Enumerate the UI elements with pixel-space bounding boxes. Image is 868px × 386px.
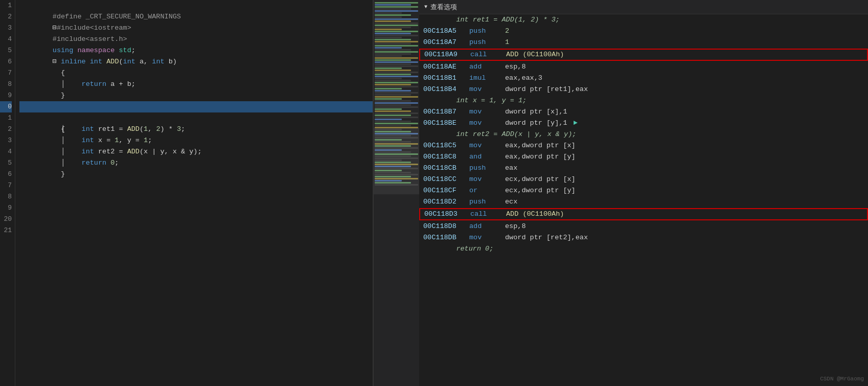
line-num-13: 3: [0, 135, 12, 146]
mnem-4: add: [469, 61, 505, 73]
op-11: eax: [505, 163, 517, 174]
addr-12: 00C118CC: [423, 174, 469, 185]
code-line-19: [19, 202, 373, 214]
disasm-asm-4: 00C118AE add esp,8: [419, 61, 868, 73]
disasm-asm-8: 00C118BE mov dword ptr [y],1 ►: [419, 118, 868, 129]
op-10: eax,dword ptr [y]: [505, 151, 576, 163]
line-num-7: 7: [0, 67, 12, 79]
mnem-11: push: [469, 163, 505, 174]
disasm-asm-7: 00C118B7 mov dword ptr [x],1: [419, 106, 868, 118]
line-num-19: 9: [0, 202, 12, 214]
addr-7: 00C118B7: [423, 106, 469, 118]
minimap-viewport: [374, 128, 419, 194]
addr-1: 00C118A5: [423, 26, 469, 37]
code-line-18: [19, 191, 373, 202]
addr-11: 00C118CB: [423, 163, 469, 174]
op-1: 2: [505, 26, 509, 37]
line-num-14: 4: [0, 146, 12, 157]
mnem-1: push: [469, 26, 505, 37]
code-line-16: [19, 169, 373, 180]
op-7: dword ptr [x],1: [505, 106, 567, 118]
addr-9: 00C118C5: [423, 140, 469, 151]
code-line-5: ⊟ inline int ADD(int a, int b): [19, 45, 373, 56]
op-8: dword ptr [y],1: [505, 118, 567, 129]
op-12: ecx,dword ptr [x]: [505, 174, 576, 185]
code-line-6: {: [19, 56, 373, 67]
disasm-asm-14: 00C118D2 push ecx: [419, 196, 868, 208]
mnem-15: call: [470, 209, 506, 219]
disasm-asm-6: 00C118B4 mov dword ptr [ret1],eax: [419, 84, 868, 95]
disasm-asm-1: 00C118A5 push 2: [419, 26, 868, 37]
arrow-indicator: ►: [569, 118, 578, 129]
line-num-9: 9: [0, 90, 12, 101]
addr-13: 00C118CF: [423, 185, 469, 196]
disasm-asm-9: 00C118C5 mov eax,dword ptr [x]: [419, 140, 868, 151]
disasm-header: ▼ 查看选项: [419, 0, 868, 14]
addr-6: 00C118B4: [423, 84, 469, 95]
disasm-asm-3: 00C118A9 call ADD (0C1100Ah): [419, 49, 868, 61]
op-14: ecx: [505, 196, 517, 208]
code-line-1: #define _CRT_SECURE_NO_WARNINGS: [19, 0, 373, 11]
addr-14: 00C118D2: [423, 196, 469, 208]
code-line-14: │ return 0;: [19, 146, 373, 157]
disasm-source-4: return 0;: [419, 243, 868, 255]
addr-3: 00C118A9: [424, 50, 470, 60]
disasm-asm-16: 00C118D8 add esp,8: [419, 221, 868, 232]
disasm-source-1: int ret1 = ADD(1, 2) * 3;: [419, 14, 868, 26]
disasm-source-2: int x = 1, y = 1;: [419, 95, 868, 106]
line-num-20: 20: [0, 214, 12, 225]
mnem-10: and: [469, 151, 505, 163]
mnem-16: add: [469, 221, 505, 232]
source-text-3: int ret2 = ADD(x | y, x & y);: [440, 129, 576, 140]
disasm-content: int ret1 = ADD(1, 2) * 3; 00C118A5 push …: [419, 14, 868, 386]
line-num-8: 8: [0, 79, 12, 90]
op-16: esp,8: [505, 221, 526, 232]
line-numbers: 1 2 3 4 5 6 7 8 9 0 1 2 3 4 5 6 7 8 9 20…: [0, 0, 15, 386]
op-5: eax,eax,3: [505, 73, 542, 84]
addr-5: 00C118B1: [423, 73, 469, 84]
op-3: ADD (0C1100Ah): [506, 50, 564, 60]
minimap[interactable]: [373, 0, 419, 386]
mnem-2: push: [469, 37, 505, 48]
disasm-header-label: 查看选项: [430, 3, 457, 12]
source-text: int ret1 = ADD(1, 2) * 3;: [440, 14, 560, 26]
addr-15: 00C118D3: [424, 209, 470, 219]
mnem-14: push: [469, 196, 505, 208]
disasm-asm-17: 00C118DB mov dword ptr [ret2],eax: [419, 232, 868, 243]
code-line-12: │ int x = 1, y = 1;: [19, 124, 373, 135]
op-15: ADD (0C1100Ah): [506, 209, 564, 219]
mnem-5: imul: [469, 73, 505, 84]
disasm-asm-13: 00C118CF or ecx,dword ptr [y]: [419, 185, 868, 196]
disasm-asm-12: 00C118CC mov ecx,dword ptr [x]: [419, 174, 868, 185]
code-line-7: │ return a + b;: [19, 67, 373, 79]
code-line-2: ⊟#include<iostream>: [19, 11, 373, 22]
mnem-3: call: [470, 50, 506, 60]
line-num-5: 5: [0, 45, 12, 56]
addr-8: 00C118BE: [423, 118, 469, 129]
addr-17: 00C118DB: [423, 232, 469, 243]
line-num-10: 0: [0, 101, 12, 112]
watermark: CSDN @MrGaomg: [820, 376, 864, 382]
code-panel: 1 2 3 4 5 6 7 8 9 0 1 2 3 4 5 6 7 8 9 20…: [0, 0, 373, 386]
op-9: eax,dword ptr [x]: [505, 140, 576, 151]
disasm-source-3: int ret2 = ADD(x | y, x & y);: [419, 129, 868, 140]
line-num-18: 8: [0, 191, 12, 202]
source-text-4: return 0;: [440, 243, 493, 255]
code-line-17: [19, 180, 373, 191]
code-line-10: {: [19, 101, 373, 112]
code-line-8: }: [19, 79, 373, 90]
code-line-20: [19, 214, 373, 225]
mnem-9: mov: [469, 140, 505, 151]
disasm-asm-5: 00C118B1 imul eax,eax,3: [419, 73, 868, 84]
collapse-arrow-icon[interactable]: ▼: [424, 4, 427, 10]
code-line-3: #include<assert.h>: [19, 22, 373, 34]
line-num-6: 6: [0, 56, 12, 67]
disasm-asm-2: 00C118A7 push 1: [419, 37, 868, 48]
line-num-12: 2: [0, 124, 12, 135]
op-17: dword ptr [ret2],eax: [505, 232, 588, 243]
code-line-13: │ int ret2 = ADD(x | y, x & y);: [19, 135, 373, 146]
disasm-panel: ▼ 查看选项 int ret1 = ADD(1, 2) * 3; 00C118A…: [419, 0, 868, 386]
mnem-17: mov: [469, 232, 505, 243]
code-line-4: using namespace std;: [19, 34, 373, 45]
line-num-4: 4: [0, 34, 12, 45]
